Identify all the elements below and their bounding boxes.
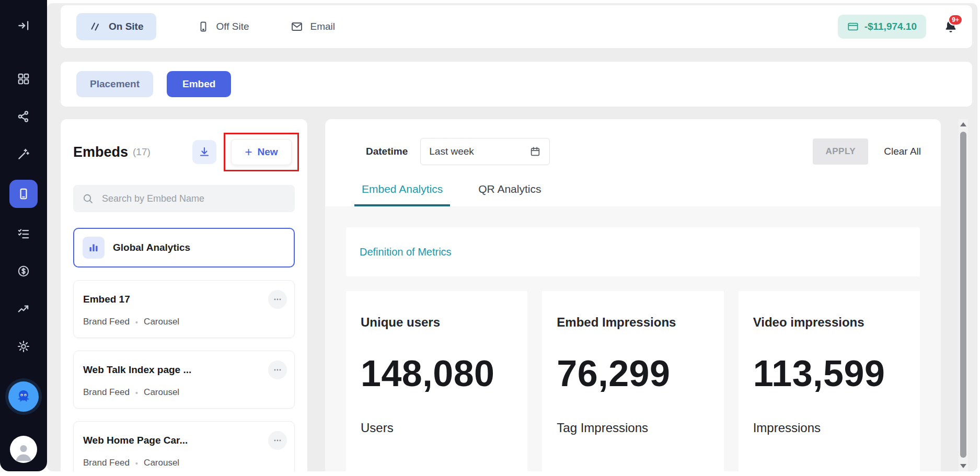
scroll-down-icon[interactable] — [960, 464, 966, 468]
global-analytics-label: Global Analytics — [113, 242, 190, 253]
on-site-label: On Site — [109, 21, 144, 32]
analytics-tabs: Embed Analytics QR Analytics — [325, 183, 941, 206]
email-envelope-icon — [290, 20, 304, 33]
billing-dollar-icon[interactable] — [11, 259, 36, 283]
metric-value: 76,299 — [557, 353, 709, 394]
search-icon — [82, 192, 94, 205]
off-site-label: Off Site — [216, 21, 249, 32]
embed-item-name: Web Home Page Car... — [83, 435, 188, 446]
tab-qr-analytics[interactable]: QR Analytics — [471, 183, 548, 206]
embed-item-type: Brand Feed — [83, 387, 130, 398]
notification-bell[interactable]: 9+ — [943, 19, 959, 34]
embed-item-meta: Brand Feed • Carousel — [83, 387, 287, 398]
embed-list-item[interactable]: Web Home Page Car... Brand Feed • Carous… — [73, 421, 295, 471]
credit-card-icon — [847, 21, 859, 32]
sidebar-collapse-icon[interactable] — [11, 14, 36, 38]
subnav: Placement Embed — [61, 62, 972, 107]
embed-list-item[interactable]: Web Talk Index page ... Brand Feed • Car… — [73, 351, 295, 409]
embeds-panel: Embeds (17) + New — [61, 119, 307, 471]
apply-button[interactable]: APPLY — [813, 138, 868, 165]
settings-gear-icon[interactable] — [11, 334, 36, 358]
datetime-label: Datetime — [366, 146, 408, 157]
embed-item-header: Embed 17 — [83, 290, 287, 309]
embed-item-header: Web Talk Index page ... — [83, 361, 287, 379]
email-label: Email — [310, 21, 336, 32]
topbar: On Site Off Site Email — [61, 5, 972, 48]
metric-title: Embed Impressions — [557, 315, 709, 330]
embed-search-box — [73, 185, 295, 212]
definition-of-metrics-link[interactable]: Definition of Metrics — [360, 246, 452, 258]
embed-item-header: Web Home Page Car... — [83, 431, 287, 450]
bar-chart-icon — [83, 237, 105, 259]
embed-item-layout: Carousel — [144, 317, 179, 327]
balance-badge[interactable]: -$11,974.10 — [838, 15, 926, 39]
tab-on-site[interactable]: On Site — [76, 13, 156, 40]
global-analytics-item[interactable]: Global Analytics — [73, 228, 295, 268]
metric-card-video-impressions: Video impressions 113,599 Impressions — [739, 291, 920, 471]
tab-off-site[interactable]: Off Site — [197, 20, 249, 33]
network-share-icon[interactable] — [11, 105, 36, 129]
plus-icon: + — [245, 146, 252, 158]
off-site-phone-icon — [197, 20, 210, 33]
scroll-up-icon[interactable] — [960, 122, 966, 126]
panels-row: Embeds (17) + New — [61, 119, 972, 471]
sidebar — [0, 0, 47, 471]
embed-item-meta: Brand Feed • Carousel — [83, 458, 287, 468]
new-button-label: New — [257, 146, 278, 158]
metric-subtitle: Tag Impressions — [557, 421, 709, 435]
more-options-icon[interactable] — [268, 431, 287, 450]
embeds-count: (17) — [133, 146, 151, 158]
dot-separator: • — [135, 318, 138, 327]
metric-subtitle: Users — [361, 421, 513, 435]
placement-label: Placement — [90, 78, 140, 89]
tab-embed-analytics[interactable]: Embed Analytics — [354, 183, 450, 206]
embed-nav-icon-active[interactable] — [9, 180, 38, 208]
filters-row: Datetime Last week APPLY Clear All — [325, 119, 941, 165]
analytics-panel: Datetime Last week APPLY Clear All Embed… — [325, 119, 941, 471]
scrollbar-thumb[interactable] — [960, 132, 966, 458]
tab-embed-active[interactable]: Embed — [167, 71, 231, 97]
clear-all-button[interactable]: Clear All — [884, 146, 921, 157]
metric-value: 148,080 — [361, 353, 513, 394]
tab-email[interactable]: Email — [290, 20, 336, 33]
embed-item-layout: Carousel — [144, 458, 179, 468]
embed-list-item[interactable]: Embed 17 Brand Feed • Carousel — [73, 280, 295, 338]
definition-bar: Definition of Metrics — [346, 227, 920, 276]
magic-wand-icon[interactable] — [11, 142, 36, 166]
dot-separator: • — [135, 388, 138, 397]
octopus-logo[interactable] — [8, 381, 39, 412]
embeds-title: Embeds — [73, 144, 128, 160]
embeds-header: Embeds (17) + New — [73, 133, 295, 171]
dashboard-icon[interactable] — [11, 67, 36, 91]
annotation-highlight-box: + New — [224, 133, 299, 171]
notification-count-badge: 9+ — [948, 14, 963, 26]
datetime-dropdown[interactable]: Last week — [420, 138, 550, 165]
dot-separator: • — [135, 459, 138, 468]
content-area: On Site Off Site Email — [47, 3, 977, 471]
user-avatar[interactable] — [10, 436, 37, 463]
checklist-icon[interactable] — [11, 222, 36, 246]
embed-item-name: Embed 17 — [83, 294, 130, 305]
embed-item-type: Brand Feed — [83, 458, 130, 468]
embed-search-input[interactable] — [101, 193, 286, 205]
tab-placement[interactable]: Placement — [76, 71, 153, 97]
embed-item-name: Web Talk Index page ... — [83, 364, 191, 376]
embed-item-type: Brand Feed — [83, 317, 130, 327]
analytics-trend-icon[interactable] — [11, 297, 36, 321]
metrics-section: Definition of Metrics Unique users 148,0… — [325, 206, 941, 471]
metric-subtitle: Impressions — [753, 421, 905, 435]
metric-card-embed-impressions: Embed Impressions 76,299 Tag Impressions — [542, 291, 723, 471]
more-options-icon[interactable] — [268, 361, 287, 379]
vertical-scrollbar[interactable] — [959, 119, 968, 471]
new-embed-button[interactable]: + New — [231, 139, 292, 165]
embed-label: Embed — [182, 78, 215, 89]
more-options-icon[interactable] — [268, 290, 287, 309]
calendar-icon — [529, 146, 541, 157]
datetime-value: Last week — [429, 146, 529, 157]
embed-item-layout: Carousel — [144, 387, 179, 398]
metric-title: Video impressions — [753, 315, 905, 330]
balance-value: -$11,974.10 — [864, 21, 917, 32]
on-site-icon — [89, 20, 101, 33]
download-button[interactable] — [192, 140, 216, 164]
metric-value: 113,599 — [753, 353, 905, 394]
